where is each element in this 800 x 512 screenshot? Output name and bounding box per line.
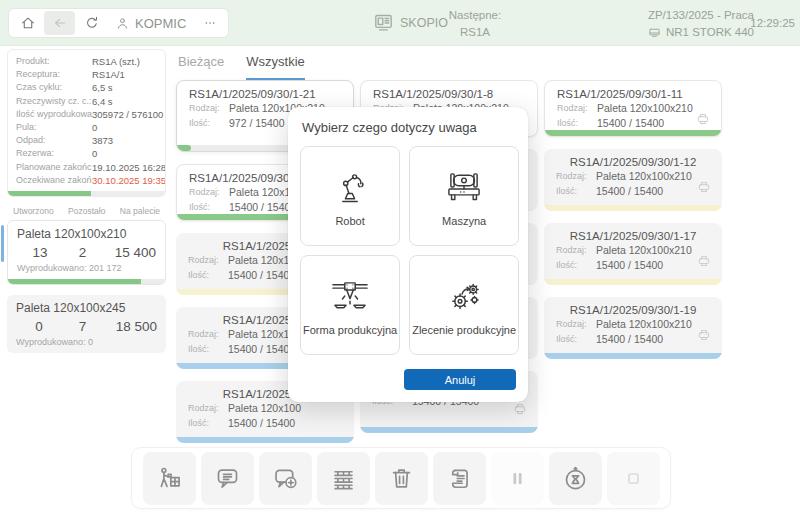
machine-icon — [443, 166, 485, 208]
order-card-rodzaj-label: Rodzaj: — [556, 169, 596, 184]
pallet-header-utworzono: Utworzono — [13, 206, 54, 216]
refresh-button[interactable] — [76, 11, 107, 35]
order-card-rodzaj-value: Paleta 120x100x210 — [596, 169, 692, 184]
pallet-list: Paleta 120x100x21013215 400Wyprodukowano… — [7, 220, 166, 353]
home-button[interactable] — [12, 11, 43, 35]
pause-button[interactable] — [491, 452, 544, 505]
order-card-status-bar — [544, 205, 722, 211]
pallet-na-palecie: 15 400 — [102, 245, 156, 260]
modal-option-robot[interactable]: Robot — [300, 146, 400, 246]
pallet-rack-button[interactable] — [317, 452, 370, 505]
order-card-ilosc-row: Ilość:15400 / 15400 — [176, 416, 354, 431]
info-value: RS1A/1 — [92, 68, 125, 81]
info-value: 30.10.2025 19:35 — [92, 174, 166, 187]
pause-icon — [504, 465, 531, 492]
order-card-ilosc-value: 15400 / 15400 — [228, 342, 295, 357]
hourglass-button[interactable] — [549, 452, 602, 505]
tab-biezace[interactable]: Bieżące — [178, 54, 224, 80]
pallet-produced-label: Wyprodukowano: 201 172 — [17, 263, 156, 273]
printer-icon[interactable] — [696, 179, 712, 195]
info-value: 0 — [92, 121, 97, 134]
printer-icon[interactable] — [696, 327, 712, 343]
gears-icon — [443, 275, 485, 317]
modal-option-zlecenie-produkcyjne[interactable]: Zlecenie produkcyjne — [409, 255, 519, 355]
order-card-ilosc-label: Ilość: — [556, 258, 596, 273]
more-button[interactable] — [194, 11, 225, 35]
uwaga-modal: Wybierz czego dotyczy uwaga RobotMaszyna… — [288, 107, 528, 402]
printer-icon[interactable] — [695, 111, 711, 127]
order-card-title: RS1A/1/2025/09/30/1-17 — [544, 223, 722, 243]
comment-add-icon — [272, 465, 299, 492]
more-icon — [202, 15, 218, 31]
cancel-button[interactable]: Anuluj — [404, 369, 516, 390]
printer-icon[interactable] — [696, 253, 712, 269]
comment-icon — [214, 465, 241, 492]
bottom-toolbar — [131, 447, 671, 509]
pallet-card[interactable]: Paleta 120x100x2450718 500Wyprodukowano:… — [7, 295, 166, 353]
info-row: Pula:0 — [16, 121, 157, 134]
order-card-rodzaj-label: Rodzaj: — [556, 317, 596, 332]
order-card-title: RS1A/1/2025/09/30/1-8 — [361, 81, 537, 101]
info-row: Ilość wyprodukowana:305972 / 576100 — [16, 108, 157, 121]
pallet-produced-label: Wyprodukowano: 0 — [16, 337, 157, 347]
pallet-utworzono: 0 — [16, 319, 62, 334]
info-value: 6,4 s — [92, 95, 113, 108]
modal-option-maszyna[interactable]: Maszyna — [409, 146, 519, 246]
hourglass-icon — [562, 465, 589, 492]
trash-button[interactable] — [375, 452, 428, 505]
pallet-numbers: 13215 400 — [17, 245, 156, 260]
info-row: Oczekiwane zakończ.:30.10.2025 19:35 — [16, 174, 157, 187]
order-name: ZP/133/2025 - Praca — [648, 7, 754, 24]
info-label: Produkt: — [16, 55, 92, 68]
stop-button[interactable] — [607, 452, 660, 505]
order-card-rodzaj-label: Rodzaj: — [189, 101, 229, 116]
comment-button[interactable] — [201, 452, 254, 505]
modal-option-forma-produkcyjna[interactable]: Forma produkcyjna — [300, 255, 400, 355]
order-card-rodzaj-value: Paleta 120x100 — [228, 401, 301, 416]
printer-icon[interactable] — [512, 401, 528, 417]
order-card-ilosc-value: 15400 / 15400 — [229, 200, 296, 215]
machine-icon — [648, 26, 661, 39]
order-card-rodzaj-value: Paleta 120x100x210 — [596, 243, 692, 258]
order-card-rodzaj-label: Rodzaj: — [188, 401, 228, 416]
info-row: Rezerwa:0 — [16, 147, 157, 160]
order-card[interactable]: RS1A/1/2025/09/30/1-11Rodzaj:Paleta 120x… — [544, 80, 722, 137]
modal-options: RobotMaszynaForma produkcyjnaZlecenie pr… — [300, 146, 516, 355]
next-label: Następne: — [434, 7, 516, 24]
operator-pack-icon — [156, 465, 183, 492]
operator-pack-button[interactable] — [143, 452, 196, 505]
pallet-pozostalo: 7 — [62, 319, 103, 334]
info-value: 19.10.2025 16:28 — [92, 161, 166, 174]
order-card[interactable]: RS1A/1/2025/09/30/1-17Rodzaj:Paleta 120x… — [544, 223, 722, 285]
modal-title: Wybierz czego dotyczy uwaga — [302, 120, 514, 135]
order-card-ilosc-value: 15400 / 15400 — [228, 268, 295, 283]
pallet-card[interactable]: Paleta 120x100x21013215 400Wyprodukowano… — [7, 220, 166, 285]
info-value: 3873 — [92, 134, 113, 147]
pallet-pozostalo: 2 — [63, 245, 102, 260]
comment-add-button[interactable] — [259, 452, 312, 505]
back-button[interactable] — [44, 11, 75, 35]
production-progress-bar — [8, 191, 165, 196]
info-label: Oczekiwane zakończ.: — [16, 174, 92, 187]
order-card-ilosc-label: Ilość: — [189, 200, 229, 215]
order-card[interactable]: RS1A/1/2025/09/30/1-19Rodzaj:Paleta 120x… — [544, 297, 722, 359]
info-label: Ilość wyprodukowana: — [16, 108, 92, 121]
order-card-rodzaj-label: Rodzaj: — [557, 101, 597, 116]
tab-wszystkie[interactable]: Wszystkie — [246, 54, 305, 80]
pallet-numbers: 0718 500 — [16, 319, 157, 334]
info-row: Produkt:RS1A (szt.) — [16, 55, 157, 68]
pallet-rack-icon — [330, 465, 357, 492]
order-card[interactable]: RS1A/1/2025/09/30/1-12Rodzaj:Paleta 120x… — [544, 149, 722, 211]
next-product: Następne: RS1A — [434, 7, 516, 40]
home-icon — [20, 15, 36, 31]
order-card-ilosc-value: 15400 / 15400 — [596, 184, 663, 199]
sidebar: Produkt:RS1A (szt.)Receptura:RS1A/1Czas … — [0, 46, 170, 363]
pallet-table-headers: Utworzono Pozostało Na palecie — [9, 206, 164, 216]
order-card-status-bar — [544, 353, 722, 359]
order-card-ilosc-value: 15400 / 15400 — [597, 116, 664, 131]
order-card-ilosc-label: Ilość: — [188, 268, 228, 283]
scroll-button[interactable] — [433, 452, 486, 505]
order-tabs: Bieżące Wszystkie — [178, 54, 800, 80]
user-menu-button[interactable]: KOPMIC — [108, 16, 193, 31]
order-card-status-bar — [544, 279, 722, 285]
